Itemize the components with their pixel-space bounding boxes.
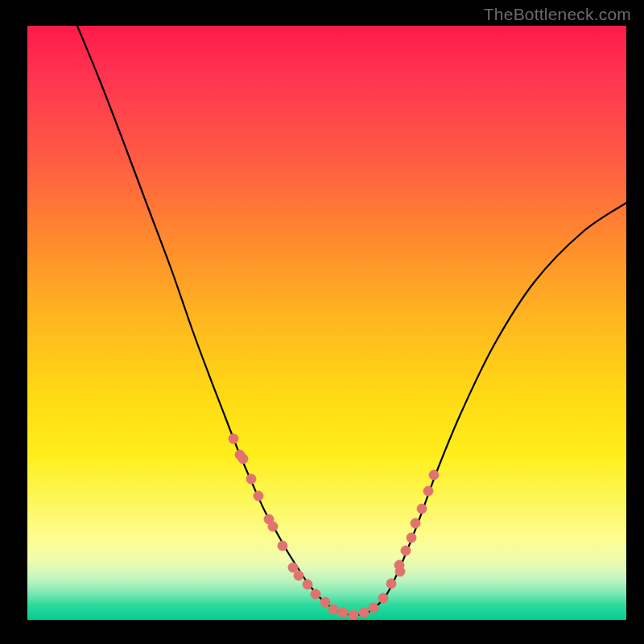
data-points [229, 434, 439, 620]
data-point [278, 541, 287, 551]
data-point [328, 605, 338, 614]
data-point [303, 580, 312, 589]
data-point [229, 434, 238, 444]
data-point [238, 454, 248, 464]
chart-frame: TheBottleneck.com [0, 0, 644, 644]
data-point [378, 593, 388, 603]
data-point [254, 491, 263, 501]
data-point [401, 546, 411, 555]
data-point [417, 504, 427, 514]
data-point [294, 571, 303, 580]
points-layer [27, 26, 626, 620]
data-point [359, 608, 369, 617]
data-point [311, 589, 320, 599]
data-point [268, 522, 278, 531]
data-point [246, 474, 256, 484]
data-point [411, 518, 420, 528]
data-point [407, 533, 416, 543]
data-point [423, 486, 433, 496]
data-point [338, 608, 348, 617]
data-point [349, 610, 358, 620]
watermark-text: TheBottleneck.com [484, 5, 631, 24]
data-point [429, 470, 439, 480]
data-point [395, 567, 405, 576]
data-point [320, 597, 330, 607]
data-point [386, 579, 396, 588]
plot-area [27, 26, 626, 620]
data-point [369, 603, 378, 613]
